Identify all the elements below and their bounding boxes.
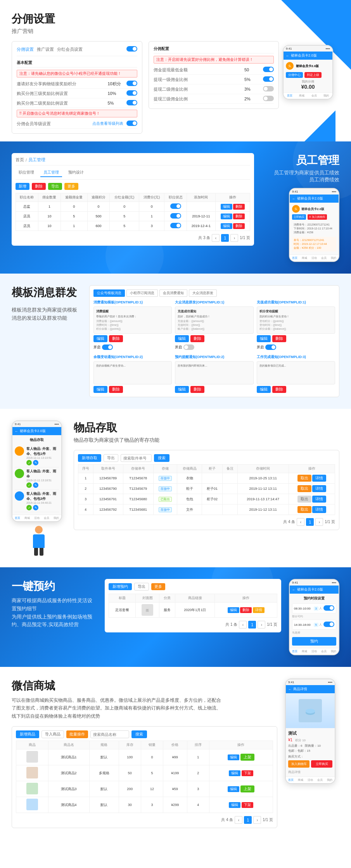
template-edit-btn-3[interactable]: 编辑 [257,335,271,342]
btn-batch-product[interactable]: 批量操作 [66,730,88,738]
btn-edit-1[interactable]: ✎ [33,482,38,488]
phone-nav-event5[interactable]: 活动 [305,777,315,783]
right-toggle-2[interactable] [263,86,274,92]
btn-retrieve-3[interactable]: 取出 [297,506,311,513]
prev-page-booking[interactable]: ‹ [239,621,247,629]
phone-nav-mall3[interactable]: 商城 [22,515,32,521]
toggle-template-2[interactable] [183,344,194,350]
mall-edit-3[interactable]: 编辑 [229,802,240,808]
booking-detail-0[interactable]: 详情 [253,607,265,613]
phone-nav-member2[interactable]: 会员 [319,255,329,261]
phone-nav-home3[interactable]: 首页 [12,515,22,521]
next-page-booking[interactable]: › [258,621,265,629]
page-1-booking[interactable]: 1 [248,621,256,629]
phone-nav-member4[interactable]: 会员 [319,648,329,654]
tab-booking-design[interactable]: 预约设计 [65,169,87,177]
delete-btn-1[interactable]: 删除 [233,214,245,219]
template-edit-btn-2[interactable]: 编辑 [175,335,189,342]
btn-check-2[interactable]: ✓ [26,505,32,510]
phone-btn-cart[interactable]: X 加入购物车 [308,214,327,220]
phone-nav-event3[interactable]: 活动 [32,515,41,521]
mall-shelf-2[interactable]: 上架 [240,785,254,792]
search-input-storage[interactable] [121,454,152,462]
btn-add-employee[interactable]: 新增 [16,183,29,190]
phone-btn-buy[interactable]: 立即购买 [292,214,306,220]
template-delete-btn-1[interactable]: 删除 [109,335,123,342]
toggle-row-1[interactable] [126,90,137,96]
phone-nav-mall[interactable]: 商城 [296,93,308,99]
phone-nav-mall2[interactable]: 商城 [299,255,309,261]
btn-retrieve-1[interactable]: 取出 [297,485,311,492]
btn-add-storage[interactable]: 新增存取 [78,454,101,462]
phone-nav-mine4[interactable]: 我的 [329,648,339,654]
delete-btn-0[interactable]: 删除 [233,204,245,210]
toggle-global[interactable] [126,46,137,53]
phone-nav-mine5[interactable]: 我的 [325,777,335,783]
tab-template-public[interactable]: 公众号模板消息 [93,289,125,297]
mall-phone-buy-btn[interactable]: 立即购买 [311,760,332,768]
mall-phone-cart-btn[interactable]: 加入购物车 [288,760,310,768]
btn-link[interactable]: 点击查看等级列表 [92,121,123,126]
edit-btn-1[interactable]: 编辑 [221,214,232,219]
phone-fenyong-btn[interactable]: 分佣中心 [286,72,303,78]
template-delete-btn-2[interactable]: 删除 [190,335,204,342]
right-toggle-0[interactable] [263,67,274,73]
edit-btn-2[interactable]: 编辑 [221,223,232,229]
mall-edit-2[interactable]: 编辑 [228,786,239,792]
booking-delete-0[interactable]: 删除 [240,607,252,613]
btn-edit-0[interactable]: ✎ [33,460,38,465]
mall-edit-1[interactable]: 编辑 [229,770,240,776]
mall-shelf-3[interactable]: 下架 [242,802,253,808]
booking-confirm-btn[interactable]: 预约 [292,637,336,646]
toggle-row-2[interactable] [126,100,137,106]
phone-nav-home5[interactable]: 首页 [286,777,296,783]
tab-position[interactable]: 职位管理 [16,169,37,177]
tab-template-mass[interactable]: 大众消息群发 [189,289,217,297]
btn-search-storage[interactable]: 搜索 [154,454,169,462]
phone-nav-member3[interactable]: 会员 [42,515,52,521]
phone-nav-event2[interactable]: 活动 [309,255,319,261]
phone-nav-mine[interactable]: 我的 [320,93,333,99]
btn-import-product[interactable]: 导入商品 [41,730,64,738]
next-page-storage[interactable]: › [315,518,323,526]
tab-template-mini[interactable]: 小程序订阅消息 [126,289,158,297]
tab-employee[interactable]: 员工管理 [40,169,62,177]
prev-page-storage[interactable]: ‹ [297,518,304,526]
template-delete-btn-6[interactable]: 删除 [272,386,286,393]
right-toggle-1[interactable] [263,76,274,83]
btn-detail-1[interactable]: 详情 [312,485,326,492]
next-page-mall[interactable]: › [253,816,261,824]
btn-more-employee[interactable]: 更多 [64,183,78,190]
prev-page[interactable]: ‹ [212,234,220,242]
timeslot-0-toggle[interactable] [323,605,334,611]
phone-nav-mall5[interactable]: 商城 [296,777,305,783]
nav-item-3[interactable]: 分红会员设置 [57,46,83,52]
btn-check-0[interactable]: ✓ [26,460,32,465]
page-1[interactable]: 1 [221,234,229,242]
nav-item-2[interactable]: 推广设置 [37,46,54,52]
template-edit-btn-4[interactable]: 编辑 [93,386,107,393]
page-1-storage[interactable]: 1 [306,518,314,526]
btn-more-booking[interactable]: 更多 [151,583,165,590]
phone-nav-event4[interactable]: 活动 [309,648,319,654]
search-input-mall[interactable] [90,730,129,738]
phone-nav-mall4[interactable]: 商城 [299,648,309,654]
phone-nav-member[interactable]: 会员 [308,93,320,99]
btn-export-storage[interactable]: 导出 [104,454,118,462]
template-edit-btn-1[interactable]: 编辑 [93,335,107,342]
template-delete-btn-5[interactable]: 删除 [190,386,204,393]
tab-template-consume[interactable]: 会员消费通知 [159,289,187,297]
toggle-row-3[interactable] [126,121,137,127]
btn-detail-0[interactable]: 详情 [312,475,326,482]
prev-page-mall[interactable]: ‹ [235,816,242,824]
phone-nav-mine2[interactable]: 我的 [329,255,339,261]
phone-nav-member5[interactable]: 会员 [315,777,325,783]
btn-add-product[interactable]: 新增商品 [16,730,39,738]
btn-retrieve-2[interactable]: 取出 [297,496,311,503]
booking-edit-0[interactable]: 编辑 [228,607,239,613]
phone-nav-home4[interactable]: 首页 [290,648,299,654]
btn-detail-2[interactable]: 详情 [312,496,326,503]
phone-nav-home[interactable]: 首页 [284,93,296,99]
btn-search-mall[interactable]: 搜索 [131,730,147,738]
toggle-template-3[interactable] [265,344,276,350]
